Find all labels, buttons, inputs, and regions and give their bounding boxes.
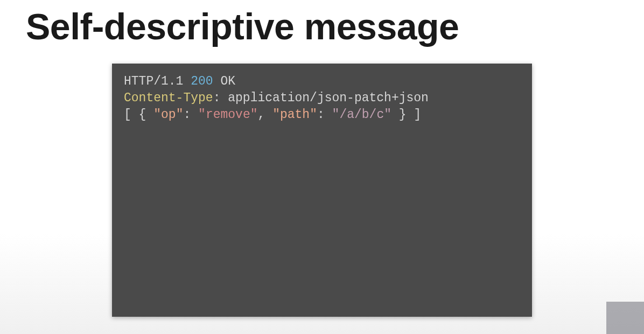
token-open-bracket: [ {: [124, 108, 153, 122]
code-block: HTTP/1.1 200 OKContent-Type: application…: [112, 64, 532, 317]
token-value-path: /a/b/c: [339, 108, 384, 122]
token-protocol: HTTP/1.1: [124, 74, 183, 88]
token-quote: ": [332, 108, 340, 122]
token-close-bracket: } ]: [391, 108, 421, 122]
token-comma: ,: [258, 108, 273, 122]
slide-title: Self-descriptive message: [0, 0, 644, 47]
token-quote: ": [250, 108, 258, 122]
token-key-path: path: [280, 108, 310, 122]
token-header-name: Content-Type: [124, 91, 213, 105]
token-quote: ": [176, 108, 184, 122]
token-colon: :: [213, 91, 221, 105]
token-key-op: op: [161, 108, 176, 122]
token-quote: ": [272, 108, 280, 122]
token-status-code: 200: [191, 74, 213, 88]
token-colon: :: [317, 108, 332, 122]
corner-decoration: [606, 302, 644, 334]
code-line-status: HTTP/1.1 200 OK: [124, 73, 520, 90]
token-colon: :: [183, 108, 198, 122]
token-status-text: OK: [220, 74, 235, 88]
token-quote: ": [153, 108, 161, 122]
token-value-remove: remove: [206, 108, 250, 122]
code-line-header: Content-Type: application/json-patch+jso…: [124, 90, 520, 107]
code-line-body: [ { "op": "remove", "path": "/a/b/c" } ]: [124, 107, 520, 123]
token-quote: ": [384, 108, 391, 122]
token-header-value: application/json-patch+json: [228, 91, 429, 105]
token-quote: ": [310, 108, 317, 122]
token-quote: ": [198, 108, 206, 122]
